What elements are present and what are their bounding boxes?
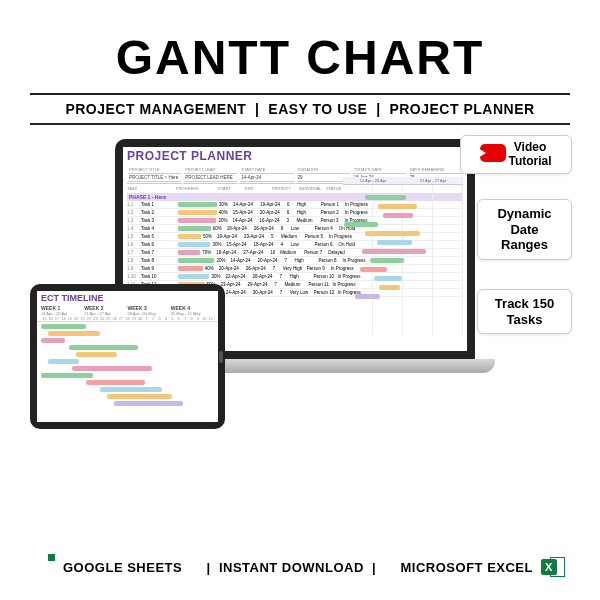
- google-sheets-icon: [35, 554, 55, 580]
- subtitle-bar: PROJECT MANAGEMENT | EASY TO USE | PROJE…: [30, 93, 570, 125]
- timeline-bar: [114, 401, 183, 406]
- excel-label: MICROSOFT EXCEL X: [401, 555, 565, 579]
- gantt-bar: [365, 231, 420, 236]
- gantt-bar: [377, 240, 412, 245]
- timeline-weeks: WEEK 114 Apr - 20 AprWEEK 221 Apr - 27 A…: [37, 305, 218, 316]
- excel-icon: X: [541, 555, 565, 579]
- main-title: GANTT CHART: [20, 30, 580, 85]
- timeline-bar: [41, 373, 93, 378]
- gantt-bar: [362, 249, 426, 254]
- timeline-bar: [41, 324, 86, 329]
- footer: GOOGLE SHEETS | INSTANT DOWNLOAD | MICRO…: [20, 544, 580, 580]
- gantt-bar: [360, 267, 388, 272]
- timeline-bar: [107, 394, 173, 399]
- instant-download-label: | INSTANT DOWNLOAD |: [207, 560, 377, 575]
- content-area: PROJECT PLANNER PROJECT TITLEPROJECT TIT…: [20, 139, 580, 544]
- badge-dynamic-dates: Dynamic Date Ranges: [477, 199, 572, 260]
- timeline-bars: [37, 322, 218, 412]
- subtitle-a: PROJECT MANAGEMENT: [65, 101, 246, 117]
- badge-track-tasks: Track 150 Tasks: [477, 289, 572, 334]
- gantt-bar: [355, 294, 380, 299]
- gantt-bar: [374, 276, 402, 281]
- timeline-bar: [86, 380, 145, 385]
- timeline-bar: [72, 366, 152, 371]
- timeline-bar: [69, 345, 138, 350]
- gantt-bar: [370, 258, 405, 263]
- timeline-bar: [76, 352, 118, 357]
- gantt-bar: [344, 222, 378, 227]
- gantt-bar: [378, 204, 417, 209]
- tablet-mock: ECT TIMELINE WEEK 114 Apr - 20 AprWEEK 2…: [30, 284, 225, 429]
- gantt-area: 14 Apr - 20 Apr 21 Apr - 27 Apr: [343, 177, 463, 335]
- product-card: GANTT CHART PROJECT MANAGEMENT | EASY TO…: [0, 0, 600, 600]
- youtube-play-icon: [469, 144, 491, 164]
- timeline-bar: [100, 387, 162, 392]
- gantt-bar: [365, 195, 406, 200]
- gantt-bar: [379, 285, 400, 290]
- spreadsheet-timeline: ECT TIMELINE WEEK 114 Apr - 20 AprWEEK 2…: [37, 291, 218, 422]
- timeline-bar: [48, 331, 100, 336]
- gantt-bar: [383, 213, 413, 218]
- timeline-bar: [41, 338, 65, 343]
- timeline-title: ECT TIMELINE: [37, 291, 218, 305]
- subtitle-c: PROJECT PLANNER: [389, 101, 534, 117]
- sheet-title: PROJECT PLANNER: [123, 147, 467, 165]
- timeline-bar: [48, 359, 79, 364]
- google-sheets-label: GOOGLE SHEETS: [35, 554, 182, 580]
- subtitle-b: EASY TO USE: [268, 101, 367, 117]
- tablet-home-button: [219, 351, 223, 363]
- badge-video-tutorial[interactable]: Video Tutorial: [460, 135, 572, 174]
